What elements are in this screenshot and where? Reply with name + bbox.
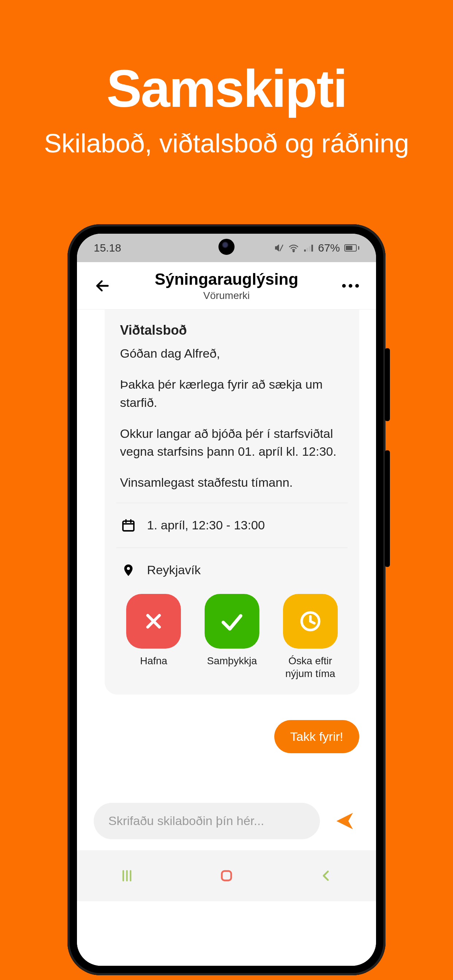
svg-line-0: [280, 245, 283, 251]
home-button[interactable]: [212, 865, 241, 887]
message-input[interactable]: Skrifaðu skilaboðin þín hér...: [94, 803, 320, 839]
svg-point-11: [127, 567, 130, 570]
svg-rect-2: [304, 250, 306, 251]
back-nav-button[interactable]: [311, 865, 341, 887]
promo-title: Samskipti: [0, 58, 453, 119]
message-paragraph: Okkur langar að bjóða þér í starfsviðtal…: [120, 425, 344, 461]
send-icon: [334, 810, 356, 832]
signal-icon: [303, 244, 314, 252]
mute-icon: [274, 243, 284, 253]
status-time: 15.18: [94, 242, 121, 254]
location-pin-icon: [120, 562, 137, 579]
location-text: Reykjavík: [147, 563, 201, 577]
reply-text: Takk fyrir!: [274, 720, 359, 753]
x-icon: [142, 609, 165, 633]
chevron-left-icon: [319, 868, 333, 884]
svg-rect-3: [306, 248, 308, 251]
message-paragraph: Góðan dag Alfreð,: [120, 345, 344, 363]
datetime-text: 1. apríl, 12:30 - 13:00: [147, 518, 265, 532]
svg-point-1: [293, 250, 294, 251]
message-title: Viðtalsboð: [120, 323, 344, 338]
more-button[interactable]: [340, 275, 362, 297]
reschedule-label: Óska eftir nýjum tíma: [276, 654, 344, 680]
phone-screen: 15.18 67%: [77, 234, 376, 966]
home-icon: [219, 868, 234, 884]
header-subtitle: Vörumerki: [77, 290, 376, 302]
arrow-left-icon: [94, 278, 110, 294]
svg-rect-18: [222, 871, 231, 880]
message-paragraph: Þakka þér kærlega fyrir að sækja um star…: [120, 375, 344, 412]
back-button[interactable]: [91, 275, 113, 297]
header-title: Sýningarauglýsing: [77, 270, 376, 288]
svg-rect-5: [311, 245, 313, 251]
accept-label: Samþykkja: [207, 654, 257, 667]
android-nav-bar: [77, 850, 376, 901]
promo-subtitle: Skilaboð, viðtalsboð og ráðning: [0, 128, 453, 158]
status-bar: 15.18 67%: [77, 234, 376, 262]
battery-icon: [344, 244, 359, 251]
calendar-icon: [120, 517, 137, 534]
reject-button[interactable]: [126, 594, 181, 649]
svg-rect-4: [309, 247, 310, 251]
datetime-row: 1. apríl, 12:30 - 13:00: [120, 514, 344, 537]
accept-button[interactable]: [205, 594, 259, 649]
phone-side-button: [385, 348, 390, 421]
battery-text: 67%: [318, 242, 340, 254]
wifi-icon: [288, 243, 299, 252]
user-reply: Takk fyrir!: [274, 720, 359, 753]
divider: [116, 547, 348, 548]
interview-card: Viðtalsboð Góðan dag Alfreð, Þakka þér k…: [105, 310, 359, 695]
chat-body: Viðtalsboð Góðan dag Alfreð, Þakka þér k…: [77, 310, 376, 966]
recents-icon: [119, 869, 135, 883]
location-row: Reykjavík: [120, 559, 344, 582]
clock-icon: [299, 609, 322, 633]
check-icon: [219, 608, 245, 635]
reject-label: Hafna: [140, 654, 167, 667]
recents-button[interactable]: [112, 865, 142, 887]
svg-rect-7: [123, 521, 134, 531]
reschedule-button[interactable]: [283, 594, 338, 649]
phone-side-button: [385, 450, 390, 567]
message-paragraph: Vinsamlegast staðfestu tímann.: [120, 474, 344, 492]
send-button[interactable]: [330, 807, 359, 835]
phone-frame: 15.18 67%: [67, 224, 386, 975]
message-composer: Skrifaðu skilaboðin þín hér...: [77, 793, 376, 839]
app-header: Sýningarauglýsing Vörumerki: [77, 262, 376, 310]
message-body: Góðan dag Alfreð, Þakka þér kærlega fyri…: [120, 345, 344, 492]
front-camera: [219, 239, 234, 255]
more-horizontal-icon: [342, 284, 359, 288]
action-row: Hafna Samþykkja: [120, 594, 344, 680]
